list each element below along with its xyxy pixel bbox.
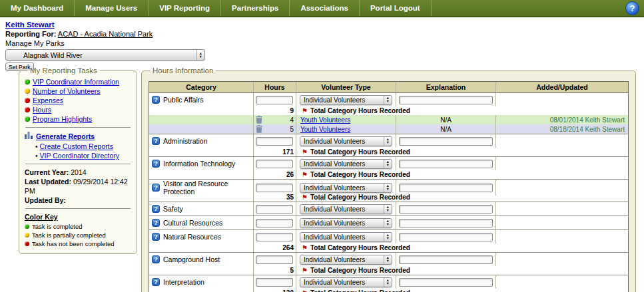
volunteer-type-select[interactable]: Individual Volunteers▲▼: [300, 232, 392, 242]
nav-item-vip-reporting[interactable]: VIP Reporting: [149, 0, 221, 16]
category-label: Safety: [163, 205, 183, 213]
detail-type-cell: Youth Volunteers: [296, 124, 396, 134]
explanation-input[interactable]: [399, 255, 493, 264]
hours-input[interactable]: [256, 278, 293, 287]
hours-input[interactable]: [256, 255, 293, 264]
empty-cell: [149, 124, 253, 134]
explanation-input[interactable]: [399, 233, 493, 241]
volunteer-type-value: Individual Volunteers: [304, 256, 365, 263]
volunteer-type-select[interactable]: Individual Volunteers▲▼: [300, 95, 392, 105]
help-icon[interactable]: ?: [152, 205, 160, 213]
explanation-input[interactable]: [399, 184, 493, 192]
detail-type-link[interactable]: Youth Volunteers: [296, 126, 350, 133]
nav-item-associations[interactable]: Associations: [290, 0, 360, 16]
volunteer-type-value: Individual Volunteers: [304, 233, 365, 241]
report-link-vip-coordinator-directory[interactable]: VIP Coordinator Directory: [40, 152, 119, 160]
total-hours-value: 264: [253, 243, 296, 252]
hours-input[interactable]: [256, 233, 293, 241]
total-label-cell: ⚑Total Category Hours Recorded: [296, 170, 628, 179]
help-icon[interactable]: ?: [152, 255, 160, 263]
explanation-input[interactable]: [399, 278, 493, 287]
color-key-label: Task has not been completed: [32, 239, 115, 248]
park-select[interactable]: Alagnak Wild River ▲▼: [5, 49, 205, 61]
volunteer-type-select[interactable]: Individual Volunteers▲▼: [300, 159, 392, 169]
total-hours-value: 9: [253, 106, 296, 115]
explanation-cell: [396, 230, 495, 243]
help-icon[interactable]: ?: [152, 96, 160, 104]
task-link-expenses[interactable]: Expenses: [33, 96, 63, 105]
flag-icon: ⚑: [302, 172, 308, 178]
user-link[interactable]: Keith Stewart: [5, 21, 55, 29]
volunteer-type-select[interactable]: Individual Volunteers▲▼: [300, 277, 392, 287]
task-link-number-of-volunteers[interactable]: Number of Volunteers: [33, 86, 101, 96]
hours-panel-title: Hours Information: [150, 67, 216, 74]
hours-cell: [253, 157, 296, 170]
column-header-category: Category: [149, 82, 253, 92]
task-link-hours[interactable]: Hours: [33, 105, 51, 114]
hours-input[interactable]: [256, 219, 293, 227]
explanation-input[interactable]: [399, 205, 493, 214]
volunteer-type-select[interactable]: Individual Volunteers▲▼: [300, 204, 392, 214]
category-label: Interpretation: [163, 278, 204, 286]
generate-reports-link[interactable]: Generate Reports: [36, 132, 95, 142]
hours-input[interactable]: [256, 96, 293, 104]
select-arrows-icon: ▲▼: [384, 278, 392, 287]
category-input-row: ?Campground HostIndividual Volunteers▲▼: [149, 253, 628, 266]
hours-input[interactable]: [256, 160, 293, 168]
hours-input[interactable]: [256, 184, 293, 192]
select-arrows-icon: ▲▼: [384, 96, 392, 104]
status-dot-green: [25, 224, 29, 229]
nav-item-manage-users[interactable]: Manage Users: [75, 0, 149, 16]
color-key-item-green: Task is completed: [25, 222, 131, 231]
report-link-create-custom-reports[interactable]: Create Custom Reports: [40, 142, 113, 150]
explanation-input[interactable]: [399, 219, 493, 227]
reporting-for-park-link[interactable]: ACAD - Acadia National Park: [58, 30, 153, 38]
explanation-input[interactable]: [399, 137, 493, 146]
volunteer-type-select[interactable]: Individual Volunteers▲▼: [300, 136, 392, 146]
detail-type-link[interactable]: Youth Volunteers: [296, 116, 350, 124]
delete-icon[interactable]: [256, 116, 262, 124]
divider: [25, 164, 131, 164]
delete-icon[interactable]: [256, 125, 262, 133]
explanation-input[interactable]: [399, 160, 493, 168]
category-label: Information Technology: [163, 160, 235, 168]
explanation-input[interactable]: [399, 96, 493, 104]
total-hours-value: 26: [253, 170, 296, 179]
category-total-row: 120⚑Total Category Hours Recorded: [149, 289, 628, 292]
category-total-row: 35⚑Total Category Hours Recorded: [149, 193, 628, 202]
bar-chart-icon: [25, 131, 33, 142]
help-icon[interactable]: ?: [625, 1, 639, 15]
column-header-hours: Hours: [253, 82, 296, 92]
category-input-row: ?InterpretationIndividual Volunteers▲▼: [149, 275, 628, 289]
help-icon[interactable]: ?: [152, 233, 160, 241]
empty-cell: [149, 289, 253, 292]
volunteer-type-select[interactable]: Individual Volunteers▲▼: [300, 183, 392, 193]
color-key-title: Color Key: [25, 212, 131, 222]
select-arrows-icon: ▲▼: [384, 255, 392, 264]
help-icon[interactable]: ?: [152, 184, 160, 192]
nav-item-portal-logout[interactable]: Portal Logout: [360, 0, 432, 16]
added-updated-cell: [495, 275, 628, 289]
help-icon[interactable]: ?: [152, 137, 160, 145]
volunteer-type-select[interactable]: Individual Volunteers▲▼: [300, 218, 392, 228]
empty-cell: [149, 115, 253, 124]
detail-added-updated: 08/01/2014 Keith Stewart: [495, 115, 628, 124]
volunteer-type-value: Individual Volunteers: [304, 279, 365, 286]
select-arrows-icon: ▲▼: [196, 50, 204, 60]
current-year-line: Current Year: 2014: [25, 168, 131, 177]
help-icon[interactable]: ?: [152, 160, 160, 168]
hours-input[interactable]: [256, 137, 293, 146]
empty-cell: [149, 266, 253, 275]
hours-category-block-administration: ?AdministrationIndividual Volunteers▲▼17…: [149, 134, 628, 157]
nav-item-partnerships[interactable]: Partnerships: [221, 0, 290, 16]
hours-input[interactable]: [256, 205, 293, 214]
task-link-program-highlights[interactable]: Program Highlights: [33, 114, 92, 124]
select-arrows-icon: ▲▼: [384, 184, 392, 192]
nav-item-my-dashboard[interactable]: My Dashboard: [0, 0, 75, 16]
status-dot-green: [25, 79, 30, 84]
help-icon[interactable]: ?: [152, 278, 160, 286]
volunteer-type-select[interactable]: Individual Volunteers▲▼: [300, 255, 392, 265]
task-link-vip-coordinator-information[interactable]: VIP Coordinator Information: [33, 77, 119, 86]
help-icon[interactable]: ?: [152, 219, 160, 227]
detail-explanation: N/A: [396, 124, 495, 134]
